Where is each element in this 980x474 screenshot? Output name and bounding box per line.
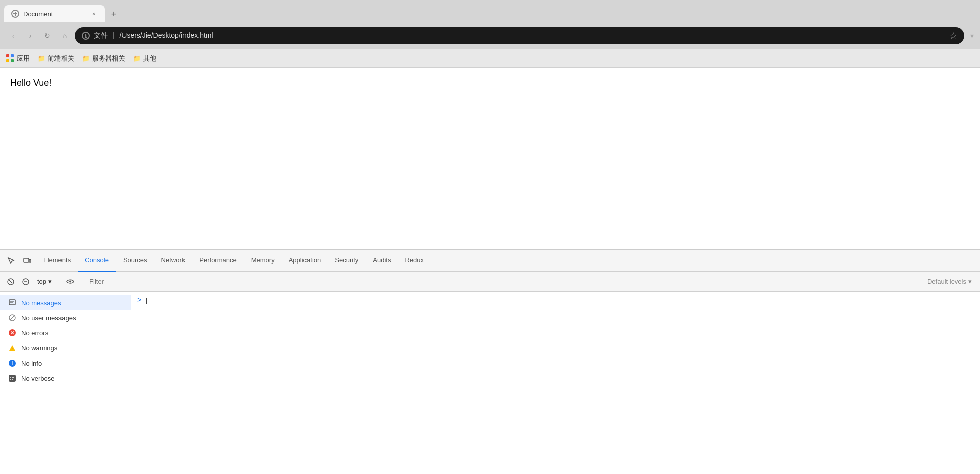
context-value: top	[37, 278, 46, 285]
tab-application[interactable]: Application	[282, 250, 328, 272]
svg-rect-1	[29, 259, 31, 262]
folder-icon-3: 📁	[133, 55, 141, 62]
svg-rect-7	[9, 300, 15, 305]
levels-dropdown-icon: ▾	[968, 278, 972, 285]
tab-elements[interactable]: Elements	[36, 250, 78, 272]
svg-rect-14	[9, 375, 16, 382]
forward-button[interactable]: ›	[23, 29, 37, 43]
svg-text:!: !	[11, 347, 13, 351]
console-sidebar: No messages No user messages ✕ No errors	[0, 292, 131, 474]
info-icon: i	[8, 359, 16, 367]
browser-menu-button[interactable]: ▾	[970, 32, 974, 40]
address-text: 文件 | /Users/Jie/Desktop/index.html	[94, 31, 945, 40]
devtools-tab-bar: Elements Console Sources Network Perform…	[0, 250, 980, 272]
sidebar-messages-label: No messages	[21, 299, 61, 307]
tab-title: Document	[23, 10, 86, 18]
toolbar-divider-2	[81, 277, 81, 287]
context-dropdown-icon: ▾	[48, 278, 52, 285]
browser-chrome: Document × + ‹ › ↻ ⌂ ℹ 文件 | /Users/Jie/D…	[0, 0, 980, 68]
browser-tab-active[interactable]: Document ×	[4, 5, 105, 22]
bookmark-other[interactable]: 📁 其他	[133, 54, 156, 63]
warning-icon: !	[8, 344, 16, 352]
messages-icon	[8, 299, 16, 307]
console-prompt-symbol: >	[137, 296, 141, 304]
user-ban-icon	[8, 314, 16, 322]
apps-grid-icon	[6, 54, 14, 63]
tab-console[interactable]: Console	[78, 250, 116, 272]
svg-line-11	[10, 316, 15, 320]
svg-point-17	[13, 377, 14, 378]
svg-point-16	[12, 377, 13, 378]
reload-button[interactable]: ↻	[40, 29, 54, 43]
navigation-bar: ‹ › ↻ ⌂ ℹ 文件 | /Users/Jie/Desktop/index.…	[0, 22, 980, 49]
bookmark-server-label: 服务器相关	[92, 54, 125, 63]
bookmarks-bar: 应用 📁 前端相关 📁 服务器相关 📁 其他	[0, 49, 980, 68]
bookmark-star-button[interactable]: ☆	[949, 30, 957, 41]
inspect-element-button[interactable]	[4, 254, 18, 268]
sidebar-item-user[interactable]: No user messages	[0, 310, 131, 325]
sidebar-item-messages[interactable]: No messages	[0, 295, 131, 310]
filter-input[interactable]	[85, 278, 921, 285]
devtools-panel: Elements Console Sources Network Perform…	[0, 249, 980, 474]
bookmark-apps[interactable]: 应用	[6, 54, 30, 63]
verbose-icon	[8, 374, 16, 382]
error-icon: ✕	[8, 329, 16, 337]
devtools-body: No messages No user messages ✕ No errors	[0, 292, 980, 474]
eye-button[interactable]	[64, 275, 77, 288]
svg-point-6	[69, 281, 71, 283]
sidebar-errors-label: No errors	[21, 329, 48, 337]
bookmark-frontend[interactable]: 📁 前端相关	[38, 54, 74, 63]
bookmark-server[interactable]: 📁 服务器相关	[82, 54, 125, 63]
address-info-icon: ℹ	[82, 32, 90, 40]
svg-point-15	[10, 377, 11, 378]
svg-rect-0	[24, 258, 29, 262]
levels-label: Default levels	[927, 278, 966, 285]
new-tab-button[interactable]: +	[107, 7, 121, 21]
tab-close-button[interactable]: ×	[90, 10, 98, 18]
sidebar-warnings-label: No warnings	[21, 344, 57, 352]
sidebar-item-errors[interactable]: ✕ No errors	[0, 325, 131, 340]
tab-memory[interactable]: Memory	[244, 250, 282, 272]
tab-performance[interactable]: Performance	[192, 250, 243, 272]
tab-security[interactable]: Security	[328, 250, 365, 272]
tab-network[interactable]: Network	[154, 250, 193, 272]
sidebar-info-label: No info	[21, 360, 42, 367]
preserve-log-button[interactable]	[19, 275, 32, 288]
tab-favicon	[11, 10, 19, 18]
console-toolbar: top ▾ Default levels ▾	[0, 272, 980, 292]
sidebar-user-label: No user messages	[21, 314, 76, 322]
sidebar-verbose-label: No verbose	[21, 375, 54, 382]
console-cursor: |	[144, 297, 148, 304]
sidebar-item-info[interactable]: i No info	[0, 356, 131, 371]
sidebar-item-verbose[interactable]: No verbose	[0, 371, 131, 386]
address-bar[interactable]: ℹ 文件 | /Users/Jie/Desktop/index.html ☆	[75, 27, 964, 44]
console-prompt-line: > |	[137, 296, 974, 304]
svg-point-18	[10, 379, 11, 380]
tab-bar: Document × +	[0, 0, 980, 22]
bookmark-frontend-label: 前端相关	[48, 54, 74, 63]
bookmark-other-label: 其他	[143, 54, 156, 63]
svg-point-19	[12, 379, 13, 380]
folder-icon-1: 📁	[38, 55, 45, 62]
tab-audits[interactable]: Audits	[365, 250, 398, 272]
page-content: Hello Vue!	[0, 68, 980, 249]
page-hello-text: Hello Vue!	[10, 78, 51, 88]
context-selector[interactable]: top ▾	[34, 277, 55, 286]
back-button[interactable]: ‹	[6, 29, 20, 43]
grid-dot-1	[6, 54, 9, 57]
tab-redux[interactable]: Redux	[398, 250, 431, 272]
bookmark-apps-label: 应用	[17, 54, 30, 63]
sidebar-item-warnings[interactable]: ! No warnings	[0, 340, 131, 356]
svg-line-3	[9, 280, 12, 283]
folder-icon-2: 📁	[82, 55, 90, 62]
grid-dot-3	[6, 59, 9, 62]
clear-console-button[interactable]	[4, 275, 17, 288]
home-button[interactable]: ⌂	[57, 29, 72, 43]
tab-sources[interactable]: Sources	[116, 250, 154, 272]
device-toolbar-button[interactable]	[20, 254, 34, 268]
grid-dot-4	[11, 59, 14, 62]
console-output[interactable]: > |	[131, 292, 980, 474]
grid-dot-2	[11, 54, 14, 57]
toolbar-divider	[59, 277, 59, 287]
log-levels-button[interactable]: Default levels ▾	[923, 276, 976, 287]
